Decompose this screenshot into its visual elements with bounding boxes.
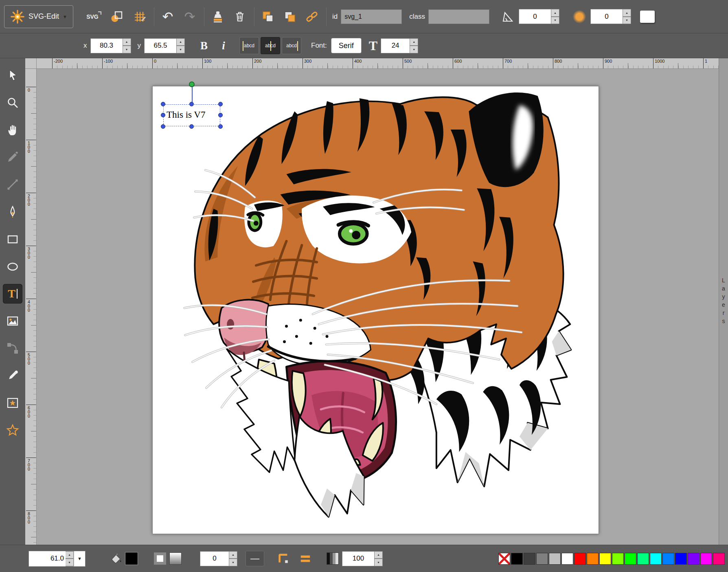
stepper-up-icon[interactable]: ▲ [123, 38, 131, 46]
palette-swatch-none[interactable] [498, 553, 510, 565]
rotate-handle[interactable] [189, 81, 195, 87]
palette-swatch-#00ff7f[interactable] [637, 553, 649, 565]
y-coordinate-input[interactable] [144, 38, 177, 53]
stroke-width-input[interactable] [200, 551, 229, 566]
x-coordinate-input[interactable] [90, 38, 123, 53]
palette-swatch-#7fff00[interactable] [612, 553, 624, 565]
rectangle-tool[interactable] [3, 229, 22, 249]
eyedropper-tool[interactable] [3, 366, 22, 385]
text-anchor-start-button[interactable]: abcd [239, 37, 259, 54]
palette-swatch-#ff007f[interactable] [713, 553, 725, 565]
palette-swatch-#7f00ff[interactable] [688, 553, 699, 565]
ellipse-tool[interactable] [3, 257, 22, 276]
palette-swatch-#ffff00[interactable] [599, 553, 611, 565]
layers-panel-tab[interactable]: Layers [719, 58, 728, 545]
selection-handle-nw[interactable] [161, 102, 165, 106]
stepper-up-icon[interactable]: ▲ [229, 551, 237, 559]
delete-button[interactable] [230, 7, 249, 26]
stepper-up-icon[interactable]: ▲ [623, 9, 631, 17]
svg-canvas[interactable]: This is V7 [152, 86, 599, 534]
palette-swatch-#00ffff[interactable] [650, 553, 662, 565]
stepper-down-icon[interactable]: ▼ [66, 559, 74, 566]
palette-swatch-#3f3f3f[interactable] [524, 553, 535, 565]
font-family-button[interactable]: Serif [331, 38, 362, 53]
blur-input[interactable] [590, 9, 623, 24]
stepper-down-icon[interactable]: ▼ [177, 46, 185, 53]
palette-swatch-#bfbfbf[interactable] [549, 553, 561, 565]
y-stepper[interactable]: ▲ ▼ [177, 38, 185, 53]
main-menu-button[interactable]: SVG-Edit ▼ [4, 5, 73, 28]
image-tool[interactable] [3, 311, 22, 331]
stepper-down-icon[interactable]: ▼ [123, 46, 131, 53]
element-id-input[interactable] [341, 9, 402, 24]
x-stepper[interactable]: ▲ ▼ [123, 38, 131, 53]
font-size-stepper[interactable]: ▲ ▼ [410, 38, 418, 53]
redo-button[interactable]: ↷ [180, 7, 199, 26]
text-tool-selected[interactable]: T [3, 284, 22, 304]
palette-swatch-#ff7f00[interactable] [587, 553, 599, 565]
stroke-color-swatch[interactable] [169, 552, 182, 565]
stepper-down-icon[interactable]: ▼ [229, 559, 237, 566]
editor-preferences-button[interactable] [130, 7, 149, 26]
shape-library-tool[interactable] [3, 393, 22, 413]
palette-swatch-#ff0000[interactable] [574, 553, 586, 565]
selection-handle-n[interactable] [189, 102, 194, 106]
selected-text-element[interactable]: This is V7 [163, 104, 220, 126]
stepper-up-icon[interactable]: ▲ [410, 38, 418, 46]
opacity-input[interactable] [342, 551, 375, 566]
font-size-input[interactable] [381, 38, 410, 53]
stepper-up-icon[interactable]: ▲ [177, 38, 185, 46]
make-link-button[interactable] [303, 7, 321, 26]
blur-stepper[interactable]: ▲ ▼ [623, 9, 631, 24]
palette-swatch-#0000ff[interactable] [675, 553, 687, 565]
fill-color-swatch[interactable] [125, 552, 138, 565]
stepper-down-icon[interactable]: ▼ [410, 46, 418, 53]
stroke-width-stepper[interactable]: ▲ ▼ [229, 551, 237, 566]
stepper-down-icon[interactable]: ▼ [551, 17, 559, 24]
stepper-down-icon[interactable]: ▼ [623, 17, 631, 24]
path-tool[interactable] [3, 202, 22, 222]
canvas-workspace[interactable]: This is V7 [37, 69, 719, 545]
document-properties-button[interactable] [107, 7, 126, 26]
italic-button[interactable]: i [215, 37, 232, 54]
selection-handle-e[interactable] [218, 113, 223, 117]
select-tool[interactable] [3, 66, 22, 85]
palette-swatch-#00ff00[interactable] [625, 553, 636, 565]
star-tool[interactable] [3, 420, 22, 440]
angle-stepper[interactable]: ▲ ▼ [551, 9, 559, 24]
palette-swatch-#ffffff[interactable] [561, 553, 573, 565]
text-anchor-middle-button[interactable]: abcd [261, 37, 280, 54]
stroke-dash-button[interactable]: — [246, 551, 264, 566]
clone-button[interactable] [208, 7, 227, 26]
selection-handle-w[interactable] [161, 113, 165, 117]
selection-handle-se[interactable] [218, 124, 223, 129]
stepper-up-icon[interactable]: ▲ [551, 9, 559, 17]
zoom-tool[interactable] [3, 93, 22, 112]
palette-swatch-#007fff[interactable] [662, 553, 674, 565]
stepper-down-icon[interactable]: ▼ [375, 559, 383, 566]
angle-input[interactable] [519, 9, 551, 24]
selection-handle-sw[interactable] [161, 124, 165, 129]
bold-button[interactable]: B [195, 37, 213, 54]
stepper-up-icon[interactable]: ▲ [375, 551, 383, 559]
source-editor-button[interactable]: SVG [83, 7, 102, 26]
zoom-dropdown-button[interactable]: ▼ [74, 551, 85, 566]
stroke-linecap-button[interactable] [296, 550, 314, 568]
opacity-stepper[interactable]: ▲ ▼ [375, 551, 383, 566]
undo-button[interactable]: ↶ [158, 7, 177, 26]
pan-tool[interactable] [3, 120, 22, 140]
element-class-input[interactable] [428, 9, 489, 24]
palette-swatch-#ff00ff[interactable] [700, 553, 712, 565]
selection-handle-ne[interactable] [218, 102, 223, 106]
zoom-stepper[interactable]: ▲ ▼ [66, 551, 74, 566]
editor-background-swatch[interactable] [640, 11, 655, 23]
move-to-top-button[interactable] [281, 7, 299, 26]
stepper-up-icon[interactable]: ▲ [66, 551, 74, 559]
palette-swatch-#7f7f7f[interactable] [536, 553, 548, 565]
selection-handle-s[interactable] [189, 124, 194, 129]
canvas-text[interactable]: This is V7 [163, 104, 220, 126]
stroke-linejoin-button[interactable] [274, 550, 292, 568]
text-anchor-end-button[interactable]: abcd [282, 37, 301, 54]
move-to-bottom-button[interactable] [259, 7, 277, 26]
zoom-input[interactable] [29, 551, 66, 566]
